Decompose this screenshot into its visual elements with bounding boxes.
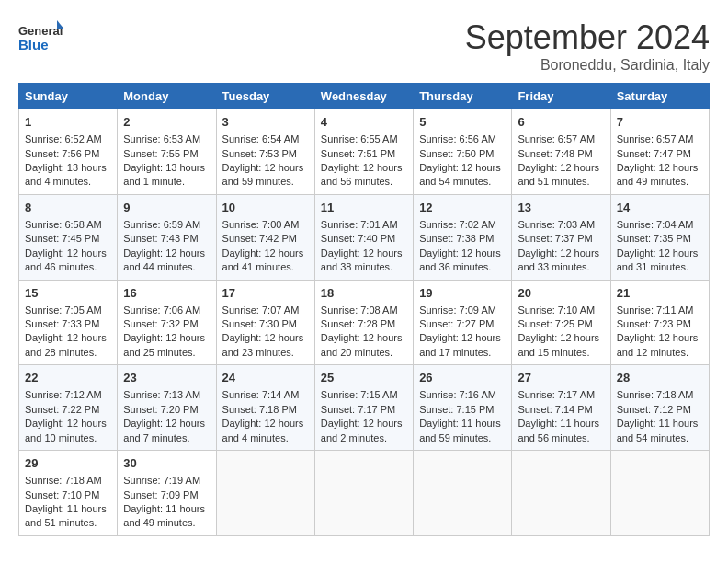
calendar-day-cell — [216, 451, 314, 536]
day-info: Sunrise: 7:09 AM — [419, 304, 506, 317]
day-info: Sunrise: 7:13 AM — [123, 388, 210, 402]
calendar-day-cell: 22Sunrise: 7:12 AMSunset: 7:22 PMDayligh… — [19, 365, 118, 451]
day-info: Sunset: 7:22 PM — [25, 403, 111, 417]
day-info: Sunrise: 7:17 AM — [518, 388, 604, 402]
day-number: 19 — [419, 285, 506, 302]
day-info: Sunrise: 7:04 AM — [617, 218, 703, 232]
day-info: Daylight: 11 hours — [617, 417, 703, 431]
day-info: Daylight: 12 hours — [419, 331, 506, 345]
day-info: Sunrise: 7:15 AM — [321, 388, 407, 402]
day-info: and 7 minutes. — [123, 431, 210, 445]
day-info: Sunset: 7:27 PM — [419, 317, 506, 331]
svg-text:General: General — [18, 24, 63, 38]
day-info: Sunset: 7:35 PM — [617, 232, 703, 246]
calendar-day-cell: 3Sunrise: 6:54 AMSunset: 7:53 PMDaylight… — [216, 109, 314, 195]
day-info: Daylight: 12 hours — [222, 331, 309, 345]
calendar-day-cell: 6Sunrise: 6:57 AMSunset: 7:48 PMDaylight… — [512, 109, 610, 195]
day-info: Sunrise: 7:05 AM — [25, 304, 111, 317]
day-info: Daylight: 12 hours — [123, 331, 210, 345]
day-info: and 51 minutes. — [25, 516, 111, 530]
day-info: Sunset: 7:56 PM — [25, 147, 111, 161]
calendar-day-cell: 23Sunrise: 7:13 AMSunset: 7:20 PMDayligh… — [118, 365, 216, 451]
day-number: 18 — [321, 285, 407, 302]
day-info: and 51 minutes. — [518, 175, 604, 189]
day-info: and 54 minutes. — [617, 431, 703, 445]
day-info: Sunrise: 6:57 AM — [518, 132, 604, 146]
day-info: Sunset: 7:43 PM — [123, 232, 210, 246]
calendar-week-row: 29Sunrise: 7:18 AMSunset: 7:10 PMDayligh… — [19, 451, 710, 536]
calendar-day-cell — [610, 451, 709, 536]
day-info: and 25 minutes. — [123, 346, 210, 360]
day-info: Sunset: 7:28 PM — [321, 317, 407, 331]
calendar-day-cell: 14Sunrise: 7:04 AMSunset: 7:35 PMDayligh… — [610, 194, 709, 280]
day-info: Sunset: 7:25 PM — [518, 317, 604, 331]
day-info: Sunrise: 7:10 AM — [518, 304, 604, 317]
day-info: Sunrise: 7:00 AM — [222, 218, 309, 232]
day-info: Sunset: 7:10 PM — [25, 488, 111, 502]
day-info: and 31 minutes. — [617, 260, 703, 274]
day-info: and 49 minutes. — [617, 175, 703, 189]
day-info: Sunrise: 7:08 AM — [321, 304, 407, 317]
day-info: Sunrise: 7:07 AM — [222, 304, 309, 317]
calendar-day-cell: 12Sunrise: 7:02 AMSunset: 7:38 PMDayligh… — [414, 194, 512, 280]
calendar-day-cell — [512, 451, 610, 536]
day-number: 11 — [321, 200, 407, 216]
day-info: Sunrise: 7:18 AM — [617, 388, 703, 402]
day-number: 8 — [25, 200, 111, 216]
day-info: Sunrise: 6:59 AM — [123, 218, 210, 232]
calendar-day-cell: 5Sunrise: 6:56 AMSunset: 7:50 PMDaylight… — [414, 109, 512, 195]
day-number: 28 — [617, 370, 703, 386]
day-number: 1 — [25, 114, 111, 131]
calendar-day-cell: 7Sunrise: 6:57 AMSunset: 7:47 PMDaylight… — [610, 109, 709, 195]
day-number: 24 — [222, 370, 309, 386]
header-thursday: Thursday — [414, 84, 512, 109]
day-info: Sunrise: 6:58 AM — [25, 218, 111, 232]
day-info: Daylight: 12 hours — [617, 161, 703, 175]
day-info: Daylight: 11 hours — [419, 417, 506, 431]
day-info: and 38 minutes. — [321, 260, 407, 274]
day-info: Sunset: 7:33 PM — [25, 317, 111, 331]
day-info: Sunset: 7:12 PM — [617, 403, 703, 417]
day-info: Sunset: 7:15 PM — [419, 403, 506, 417]
day-info: and 41 minutes. — [222, 260, 309, 274]
day-info: and 56 minutes. — [518, 431, 604, 445]
day-info: Sunset: 7:47 PM — [617, 147, 703, 161]
calendar-day-cell: 9Sunrise: 6:59 AMSunset: 7:43 PMDaylight… — [118, 194, 216, 280]
day-info: and 1 minute. — [123, 175, 210, 189]
day-info: Sunset: 7:38 PM — [419, 232, 506, 246]
day-number: 9 — [123, 200, 210, 216]
day-number: 26 — [419, 370, 506, 386]
day-number: 17 — [222, 285, 309, 302]
day-number: 20 — [518, 285, 604, 302]
day-info: Daylight: 12 hours — [25, 247, 111, 260]
day-info: and 36 minutes. — [419, 260, 506, 274]
day-info: Sunset: 7:45 PM — [25, 232, 111, 246]
calendar-day-cell: 2Sunrise: 6:53 AMSunset: 7:55 PMDaylight… — [118, 109, 216, 195]
calendar-day-cell: 8Sunrise: 6:58 AMSunset: 7:45 PMDaylight… — [19, 194, 118, 280]
day-info: Daylight: 12 hours — [419, 247, 506, 260]
day-info: and 54 minutes. — [419, 175, 506, 189]
day-number: 2 — [123, 114, 210, 131]
month-title: September 2024 — [465, 18, 710, 57]
day-info: and 23 minutes. — [222, 346, 309, 360]
day-info: Sunset: 7:30 PM — [222, 317, 309, 331]
day-info: and 56 minutes. — [321, 175, 407, 189]
calendar-day-cell: 16Sunrise: 7:06 AMSunset: 7:32 PMDayligh… — [118, 280, 216, 365]
day-number: 22 — [25, 370, 111, 386]
day-info: Daylight: 11 hours — [25, 502, 111, 516]
day-number: 4 — [321, 114, 407, 131]
day-info: and 59 minutes. — [222, 175, 309, 189]
day-info: Daylight: 12 hours — [222, 417, 309, 431]
calendar-day-cell: 1Sunrise: 6:52 AMSunset: 7:56 PMDaylight… — [19, 109, 118, 195]
day-info: and 33 minutes. — [518, 260, 604, 274]
day-number: 6 — [518, 114, 604, 131]
calendar-week-row: 22Sunrise: 7:12 AMSunset: 7:22 PMDayligh… — [19, 365, 710, 451]
day-number: 14 — [617, 200, 703, 216]
day-info: Sunrise: 6:55 AM — [321, 132, 407, 146]
day-info: Daylight: 12 hours — [321, 247, 407, 260]
day-info: Daylight: 12 hours — [518, 331, 604, 345]
calendar-week-row: 1Sunrise: 6:52 AMSunset: 7:56 PMDaylight… — [19, 109, 710, 195]
calendar-day-cell: 24Sunrise: 7:14 AMSunset: 7:18 PMDayligh… — [216, 365, 314, 451]
day-info: Sunset: 7:20 PM — [123, 403, 210, 417]
header-monday: Monday — [118, 84, 216, 109]
